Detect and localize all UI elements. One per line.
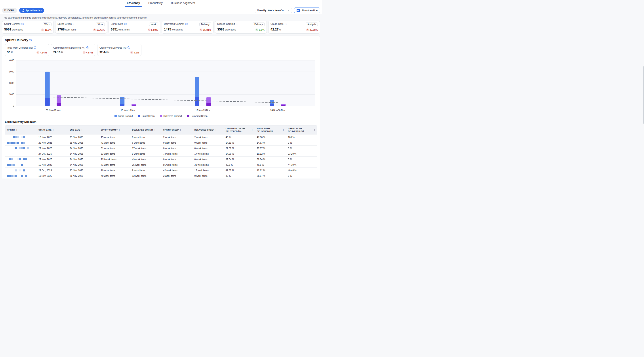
- sprint-block: [25, 158, 27, 160]
- tab-business-alignment[interactable]: Business Alignment: [170, 0, 196, 7]
- y-axis-tick: 4000: [9, 59, 14, 62]
- cell-sprint-creep: 42 work items: [161, 169, 192, 172]
- info-icon[interactable]: i: [285, 23, 287, 25]
- kpi-unit: work items: [225, 28, 236, 31]
- y-axis-tick: 2000: [9, 82, 14, 84]
- sprint-block: [21, 136, 23, 138]
- table-row[interactable]: 29 Oct, 202523 Nov, 202519 work items9 w…: [5, 167, 317, 173]
- cell-start-date: 22 Nov, 2025: [36, 141, 68, 144]
- bar-delivered-creep[interactable]: [132, 105, 136, 106]
- kpi-category-badge: Delivery: [252, 22, 264, 26]
- sprint-delivery-title-text: Sprint Delivery: [5, 38, 28, 42]
- kpi-card-top: Delivered CommitiDelivery: [164, 22, 211, 26]
- legend-item-sprint-commit[interactable]: Sprint Commit: [114, 115, 133, 117]
- show-trendline-toggle[interactable]: Show trendline: [294, 7, 320, 13]
- table-row[interactable]: 27 Oct, 202524 Nov, 202563 work items9 w…: [5, 151, 317, 156]
- cell-committed-pct: 14.63 %: [224, 141, 254, 144]
- cell-delivered-commit: 17 work items: [130, 147, 161, 150]
- sort-icon: ▲▼: [314, 129, 315, 131]
- column-header-delivered-commit[interactable]: DELIVERED COMMIT▲▼: [130, 127, 161, 132]
- bar-delivered-creep[interactable]: [206, 103, 211, 106]
- bar-sprint-creep[interactable]: [270, 104, 274, 106]
- column-header-start-date[interactable]: START DATE▲▼: [36, 127, 68, 132]
- info-icon[interactable]: i: [124, 23, 127, 25]
- trend-value: 16.41%: [96, 28, 105, 31]
- table-row[interactable]: 22 Nov, 202524 Nov, 2025123 work items49…: [5, 156, 317, 162]
- cell-creep-pct: 0 %: [286, 147, 317, 150]
- check-icon: [297, 9, 299, 11]
- bar-sprint-creep[interactable]: [120, 104, 124, 106]
- table-row[interactable]: 16 Nov, 202525 Nov, 202515 work items6 w…: [5, 134, 317, 140]
- trend-indicator: ↘9.6%: [256, 28, 264, 31]
- table-row[interactable]: 22 Nov, 202525 Nov, 202541 work items6 w…: [5, 140, 317, 145]
- info-icon[interactable]: i: [30, 39, 32, 41]
- sprint-block: [9, 142, 11, 144]
- delivery-metric-card: Creep Work Delivered (%)i32.44%↘4.9%: [97, 44, 142, 56]
- info-icon[interactable]: i: [236, 23, 238, 25]
- view-by-dropdown[interactable]: View By: Work Item Co...: [255, 8, 292, 13]
- sprint-block: [19, 158, 21, 160]
- cell-sprint: [5, 175, 36, 177]
- top-tab-bar: EfficiencyProductivityBusiness Alignment: [0, 0, 322, 7]
- sprint-block: [15, 147, 17, 149]
- legend-item-delivered-commit[interactable]: Delivered Commit: [160, 115, 182, 117]
- drilldown-table: SPRINT▲▼START DATE▲▼END DATE▲▼SPRINT COM…: [5, 125, 317, 178]
- bar-delivered-creep[interactable]: [57, 103, 61, 106]
- legend-item-sprint-creep[interactable]: Sprint Creep: [138, 115, 155, 117]
- column-header-label: SPRINT: [7, 129, 15, 131]
- tab-productivity[interactable]: Productivity: [148, 0, 163, 7]
- sprint-block: [9, 158, 11, 160]
- legend-swatch: [187, 115, 190, 117]
- info-icon[interactable]: i: [185, 23, 188, 25]
- column-header-creep-work-delivered[interactable]: CREEP WORK DELIVERED (%)▲▼: [286, 126, 317, 134]
- bar-delivered-creep[interactable]: [281, 105, 286, 106]
- trend-value: 15.81%: [203, 28, 211, 31]
- info-icon[interactable]: i: [34, 46, 36, 49]
- column-header-label: COMMITTED WORK DELIVERED (%): [226, 127, 250, 133]
- column-header-label: SPRINT CREEP: [163, 129, 179, 131]
- bar-sprint-creep[interactable]: [45, 98, 50, 106]
- metric-value: 30%: [7, 51, 13, 54]
- column-header-delivered-creep[interactable]: DELIVERED CREEP▲▼: [192, 127, 224, 132]
- table-row[interactable]: 22 Nov, 202524 Nov, 202561 work items17 …: [5, 145, 317, 151]
- kpi-value: 6851work items: [111, 28, 130, 31]
- trend-down-icon: ↘: [256, 28, 258, 31]
- bar-sprint-creep[interactable]: [195, 97, 199, 106]
- column-header-total-work-delivered[interactable]: TOTAL WORK DELIVERED (%)▲▼: [254, 126, 286, 134]
- y-axis-tick: 0: [13, 105, 14, 107]
- column-header-committed-work-delivered[interactable]: COMMITTED WORK DELIVERED (%)▲▼: [224, 126, 254, 134]
- info-icon[interactable]: i: [128, 46, 130, 49]
- kpi-category-badge: Work: [96, 22, 105, 26]
- metric-bottom: 29.13%↘4.87%: [53, 51, 93, 54]
- kpi-card-top: Churn RateiAnalysis: [270, 22, 318, 26]
- column-header-end-date[interactable]: END DATE▲▼: [68, 127, 98, 132]
- info-icon[interactable]: i: [22, 23, 24, 25]
- info-icon[interactable]: i: [73, 23, 75, 25]
- sprint-metrics-button[interactable]: Sprint Metrics: [19, 8, 44, 13]
- sort-icon: ▲▼: [81, 129, 82, 131]
- sprint-block: [11, 164, 13, 166]
- column-header-sprint-commit[interactable]: SPRINT COMMIT▲▼: [98, 127, 130, 132]
- column-header-sprint[interactable]: SPRINT▲▼: [5, 127, 36, 132]
- legend-item-delivered-creep[interactable]: Delivered Creep: [187, 115, 208, 117]
- drilldown-title: Sprint Delivery Drilldown: [5, 120, 317, 123]
- dora-button[interactable]: DORA DORA: [2, 8, 17, 13]
- sprint-block: [7, 175, 9, 177]
- cell-end-date: 25 Nov, 2025: [68, 141, 98, 144]
- metric-title: Committed Work Delivered (%)i: [53, 46, 89, 49]
- cell-sprint-commit: 71 work items: [98, 163, 130, 166]
- info-icon[interactable]: i: [86, 46, 89, 49]
- column-header-sprint-creep[interactable]: SPRINT CREEP▲▼: [161, 127, 192, 132]
- cell-committed-pct: 40 %: [224, 136, 254, 138]
- delivery-metric-card: Committed Work Delivered (%)i29.13%↘4.87…: [51, 44, 95, 56]
- cell-delivered-creep: 0 work items: [192, 175, 224, 177]
- kpi-card-bottom: 42.27%↗22.88%: [270, 28, 318, 31]
- show-trendline-checkbox[interactable]: [296, 9, 300, 12]
- sprint-block: [21, 142, 23, 144]
- table-row[interactable]: 10 Nov, 202524 Nov, 202571 work items35 …: [5, 162, 317, 167]
- cell-delivered-creep: 38 work items: [192, 163, 224, 166]
- tab-efficiency[interactable]: Efficiency: [126, 0, 140, 7]
- table-row[interactable]: 11 Nov, 202521 Nov, 202540 work items12 …: [5, 173, 317, 178]
- sprint-block: [21, 164, 23, 166]
- sort-icon: ▲▼: [283, 129, 284, 131]
